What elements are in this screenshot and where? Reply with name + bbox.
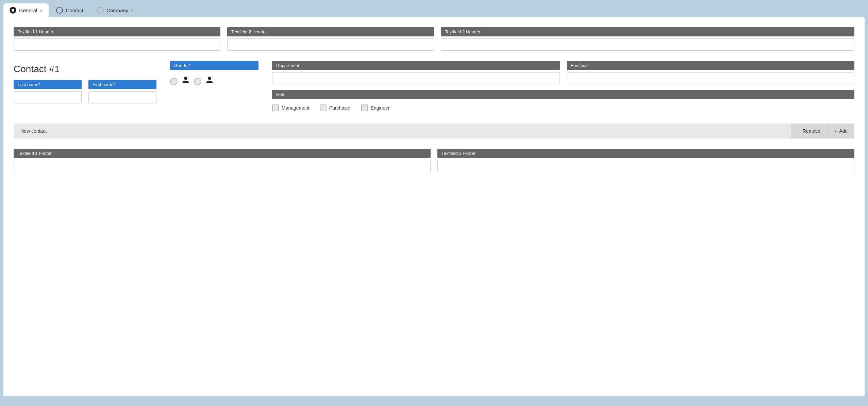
function-label: Function (567, 61, 854, 70)
tab-bar: General ∧ Contact Company ∧ (0, 0, 868, 17)
footer-field-1: Textfield 1 Footer (14, 149, 431, 172)
department-input[interactable] (272, 72, 560, 84)
contact-tab-icon (56, 7, 63, 14)
header-field-3-label: Textfield 2 Header (441, 27, 854, 36)
engineer-label: Engineer (371, 105, 390, 111)
contact-right-panel: Department Function Role Management (272, 61, 854, 113)
last-name-field: Last name* (14, 80, 82, 103)
footer-fields-section: Textfield 1 Footer Textfield 2 Footer (14, 149, 854, 172)
header-field-1: Textfield 1 Header (14, 27, 220, 51)
tab-general-label: General (19, 7, 37, 13)
header-field-2: Textfield 2 Header (227, 27, 434, 51)
footer-field-2-label: Textfield 2 Footer (437, 149, 854, 158)
remove-label: Remove (803, 128, 820, 134)
female-person-icon[interactable] (181, 76, 190, 87)
tab-contact-label: Contact (66, 7, 83, 13)
tab-contact[interactable]: Contact (50, 3, 89, 17)
action-bar: New contact − Remove + Add (14, 124, 854, 139)
engineer-checkbox[interactable] (361, 104, 368, 111)
role-section: Role Management Purchaser Engineer (272, 90, 854, 113)
remove-button[interactable]: − Remove (791, 124, 827, 139)
first-name-label: First name* (88, 80, 156, 89)
contact-title: Contact #1 (14, 64, 156, 75)
company-chevron-icon: ∧ (131, 8, 134, 13)
role-options: Management Purchaser Engineer (272, 102, 854, 113)
dept-func-row: Department Function (272, 61, 854, 84)
first-name-field: First name* (88, 80, 156, 103)
header-fields-section: Textfield 1 Header Textfield 2 Header Te… (14, 27, 854, 51)
add-icon: + (834, 128, 837, 134)
first-name-input[interactable] (88, 91, 156, 103)
footer-field-2: Textfield 2 Footer (437, 149, 854, 172)
new-contact-label: New contact (14, 124, 791, 139)
header-field-3-input[interactable] (441, 38, 854, 51)
gender-section: Gender* (170, 61, 258, 90)
management-label: Management (282, 105, 310, 111)
function-field: Function (567, 61, 854, 84)
role-label: Role (272, 90, 854, 99)
header-field-1-input[interactable] (14, 38, 220, 51)
footer-field-2-input[interactable] (437, 160, 854, 172)
purchaser-label: Purchaser (329, 105, 351, 111)
purchaser-checkbox[interactable] (320, 104, 327, 111)
remove-icon: − (798, 128, 801, 134)
svg-point-0 (184, 77, 187, 80)
male-person-icon[interactable] (205, 76, 214, 87)
company-tab-icon (97, 7, 104, 14)
function-input[interactable] (567, 72, 854, 84)
main-form: Textfield 1 Header Textfield 2 Header Te… (3, 17, 865, 396)
gender-radio-female[interactable] (170, 78, 178, 85)
last-name-label: Last name* (14, 80, 82, 89)
general-chevron-icon: ∧ (40, 8, 43, 13)
gender-options (170, 74, 258, 90)
header-field-2-input[interactable] (227, 38, 434, 51)
tab-company-label: Company (106, 7, 128, 13)
department-label: Department (272, 61, 560, 70)
department-field: Department (272, 61, 560, 84)
svg-point-1 (208, 77, 211, 80)
header-field-2-label: Textfield 2 Header (227, 27, 434, 36)
last-name-input[interactable] (14, 91, 82, 103)
contact-name-fields: Last name* First name* (14, 80, 156, 103)
gender-radio-male[interactable] (194, 78, 201, 85)
contact-left-panel: Contact #1 Last name* First name* (14, 61, 156, 113)
add-label: Add (839, 128, 848, 134)
contact-section: Contact #1 Last name* First name* Gender… (14, 61, 854, 113)
footer-field-1-label: Textfield 1 Footer (14, 149, 431, 158)
add-button[interactable]: + Add (827, 124, 854, 139)
role-management-option[interactable]: Management (272, 104, 310, 111)
role-engineer-option[interactable]: Engineer (361, 104, 390, 111)
header-field-3: Textfield 2 Header (441, 27, 854, 51)
role-purchaser-option[interactable]: Purchaser (320, 104, 351, 111)
gender-label: Gender* (170, 61, 258, 70)
contact-middle-panel: Gender* (170, 61, 258, 113)
management-checkbox[interactable] (272, 104, 279, 111)
header-field-1-label: Textfield 1 Header (14, 27, 220, 36)
general-tab-icon (10, 7, 16, 14)
tab-company[interactable]: Company ∧ (91, 3, 140, 17)
tab-general[interactable]: General ∧ (3, 3, 49, 17)
footer-field-1-input[interactable] (14, 160, 431, 172)
